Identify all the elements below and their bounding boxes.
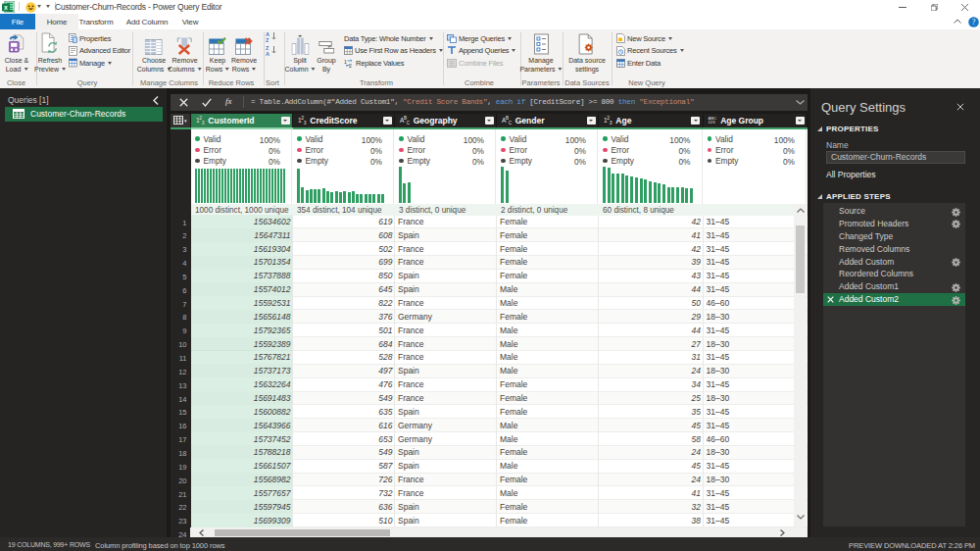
svg-text:Z: Z [266,37,270,42]
svg-text:A: A [266,51,270,56]
svg-text:x: x [4,4,8,11]
svg-text:?: ? [972,18,976,26]
svg-text:1: 1 [344,59,347,65]
